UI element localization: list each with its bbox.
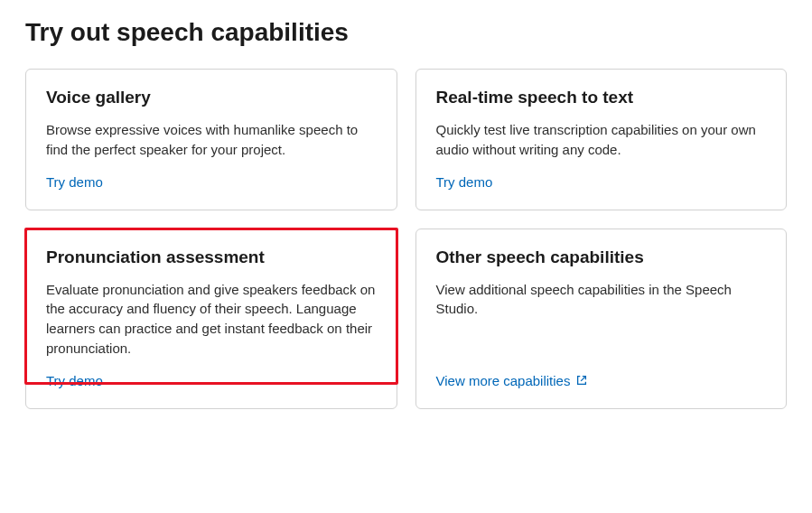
card-title: Other speech capabilities [436,247,767,267]
try-demo-link[interactable]: Try demo [46,373,377,388]
card-realtime-speech-to-text: Real-time speech to text Quickly test li… [415,69,788,210]
card-pronunciation-assessment: Pronunciation assessment Evaluate pronun… [25,229,397,409]
card-title: Pronunciation assessment [46,247,377,267]
page-title: Try out speech capabilities [25,18,787,47]
external-link-icon [575,374,588,387]
card-voice-gallery: Voice gallery Browse expressive voices w… [25,69,397,210]
link-label: View more capabilities [436,373,571,388]
link-label: Try demo [436,174,493,190]
card-description: View additional speech capabilities in t… [436,280,767,359]
try-demo-link[interactable]: Try demo [46,174,377,190]
link-label: Try demo [46,174,103,190]
card-other-speech-capabilities: Other speech capabilities View additiona… [415,229,788,409]
link-label: Try demo [46,373,103,388]
view-more-capabilities-link[interactable]: View more capabilities [436,373,767,388]
card-description: Evaluate pronunciation and give speakers… [46,280,377,359]
card-description: Browse expressive voices with humanlike … [46,120,377,160]
card-description: Quickly test live transcription capabili… [436,120,767,160]
try-demo-link[interactable]: Try demo [436,174,767,190]
card-grid: Voice gallery Browse expressive voices w… [25,69,787,409]
card-title: Real-time speech to text [436,88,767,107]
card-title: Voice gallery [46,88,377,107]
